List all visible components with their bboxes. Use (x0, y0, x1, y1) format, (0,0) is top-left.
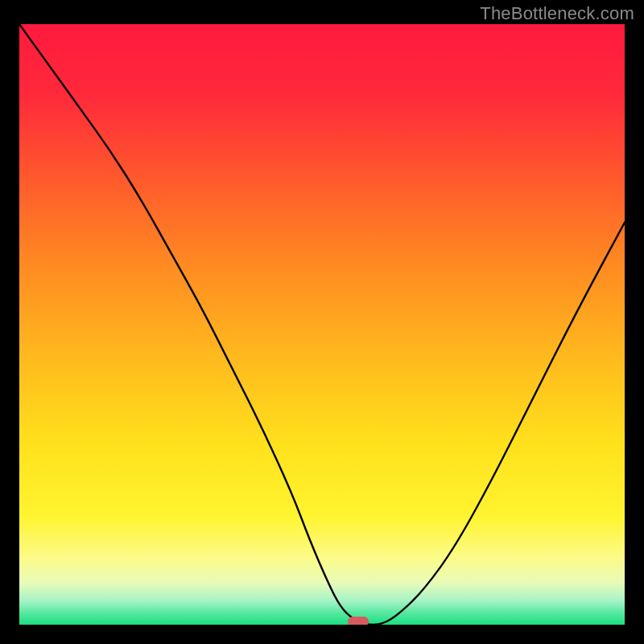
bottleneck-curve (19, 24, 625, 625)
plot-area (19, 24, 625, 625)
curve-path (19, 24, 625, 625)
chart-frame: TheBottleneck.com (0, 0, 644, 644)
optimal-point-marker (348, 617, 369, 625)
watermark-text: TheBottleneck.com (480, 3, 634, 24)
